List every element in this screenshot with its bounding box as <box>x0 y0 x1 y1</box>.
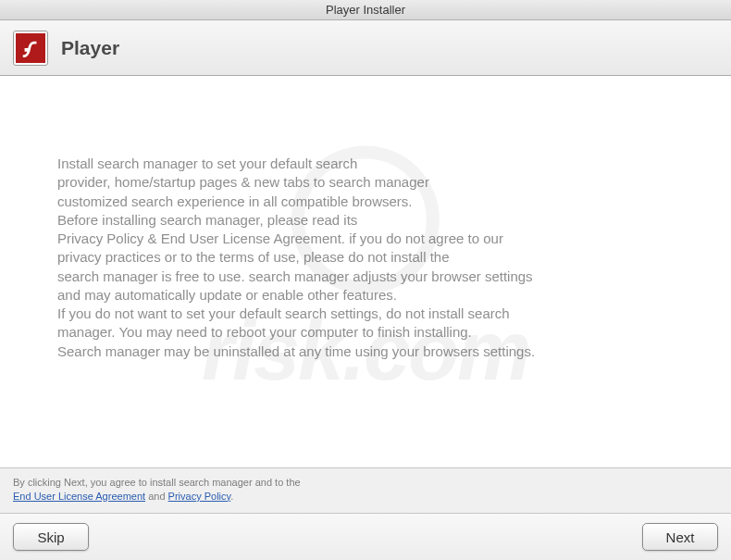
eula-link[interactable]: End User License Agreement <box>13 491 145 502</box>
and-word: and <box>148 491 165 502</box>
window-titlebar: Player Installer <box>0 0 731 20</box>
next-button[interactable]: Next <box>642 523 718 551</box>
header-title: Player <box>61 37 119 59</box>
content-area: risk.com Install search manager to set y… <box>0 76 731 467</box>
header-bar: Player <box>0 20 731 76</box>
agree-prefix: By clicking Next, you agree to install s… <box>13 477 301 488</box>
skip-button[interactable]: Skip <box>13 523 89 551</box>
player-logo <box>13 31 48 66</box>
body-text: Install search manager to set your defau… <box>57 155 674 361</box>
privacy-link[interactable]: Privacy Policy <box>168 491 231 502</box>
footer: By clicking Next, you agree to install s… <box>0 467 731 560</box>
button-row: Skip Next <box>0 513 731 560</box>
flash-icon <box>16 33 45 63</box>
agreement-text: By clicking Next, you agree to install s… <box>0 467 731 513</box>
